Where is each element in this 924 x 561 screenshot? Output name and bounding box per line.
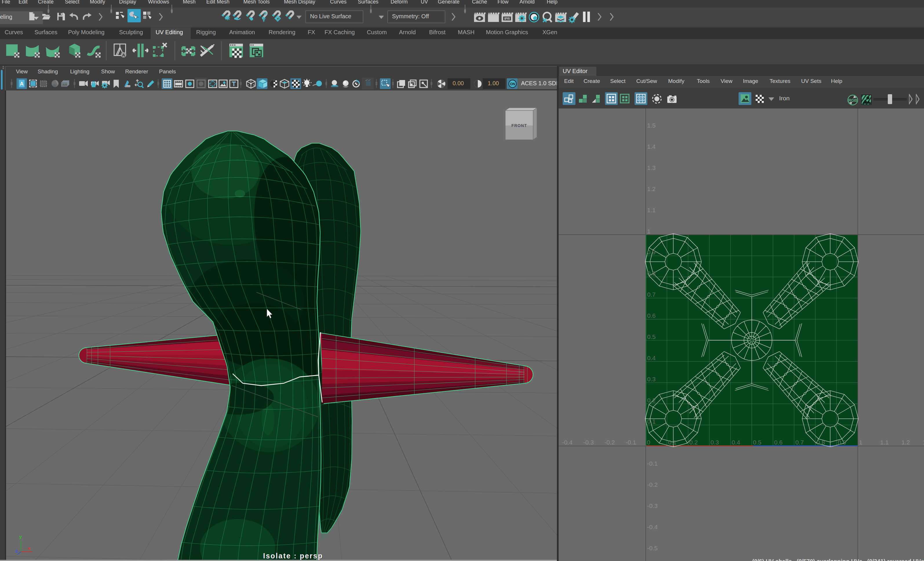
svg-text:0.8: 0.8 (816, 439, 825, 446)
svg-text:-0.2: -0.2 (647, 481, 658, 488)
svg-text:0.6: 0.6 (647, 312, 656, 319)
svg-text:0.1: 0.1 (668, 439, 676, 446)
svg-text:-0.4: -0.4 (562, 439, 573, 446)
svg-text:0.7: 0.7 (795, 439, 804, 446)
svg-text:RGB: RGB (848, 98, 857, 103)
svg-text:0.5: 0.5 (647, 334, 656, 340)
svg-text:-0.3: -0.3 (647, 502, 658, 509)
svg-text:IPR: IPR (504, 17, 510, 20)
svg-text:1.5: 1.5 (647, 122, 656, 129)
svg-text:A: A (20, 81, 24, 87)
svg-text:FRONT: FRONT (512, 123, 527, 128)
svg-text:0.6: 0.6 (774, 439, 783, 446)
svg-text:0: 0 (647, 439, 651, 446)
svg-text:-0.2: -0.2 (604, 439, 615, 446)
svg-text:0.9: 0.9 (647, 249, 656, 256)
svg-text:-0.1: -0.1 (626, 439, 636, 446)
svg-text:A: A (122, 53, 125, 57)
svg-text:0.9: 0.9 (838, 439, 846, 446)
svg-text:0.1: 0.1 (647, 418, 656, 425)
svg-text:0.7: 0.7 (647, 291, 656, 298)
svg-text:1.1: 1.1 (880, 439, 889, 446)
svg-text:x: x (28, 546, 31, 551)
svg-text:0.2: 0.2 (689, 439, 698, 446)
svg-text:1.2: 1.2 (902, 439, 910, 446)
svg-text:ON: ON (510, 82, 515, 86)
svg-text:1: 1 (859, 439, 862, 446)
svg-text:1.2: 1.2 (647, 185, 656, 192)
svg-text:0.5: 0.5 (753, 439, 762, 446)
svg-text:0.3: 0.3 (711, 439, 719, 446)
svg-text:0.4: 0.4 (647, 355, 656, 361)
svg-text:0.2: 0.2 (647, 397, 656, 403)
svg-text:0.4: 0.4 (732, 439, 740, 446)
svg-text:1: 1 (922, 439, 924, 446)
svg-text:-0.4: -0.4 (647, 523, 658, 530)
svg-text:-0.3: -0.3 (583, 439, 594, 446)
svg-text:z: z (15, 548, 18, 554)
svg-text:0.8: 0.8 (647, 270, 656, 277)
svg-text:0.3: 0.3 (647, 376, 656, 382)
svg-text:1: 1 (647, 228, 651, 235)
svg-text:1.1: 1.1 (647, 207, 656, 214)
svg-text:1.4: 1.4 (647, 143, 656, 150)
svg-text:-0.5: -0.5 (647, 545, 658, 552)
svg-text:1.3: 1.3 (647, 164, 656, 171)
svg-text:-0.1: -0.1 (647, 460, 658, 467)
svg-text:y: y (19, 534, 22, 540)
